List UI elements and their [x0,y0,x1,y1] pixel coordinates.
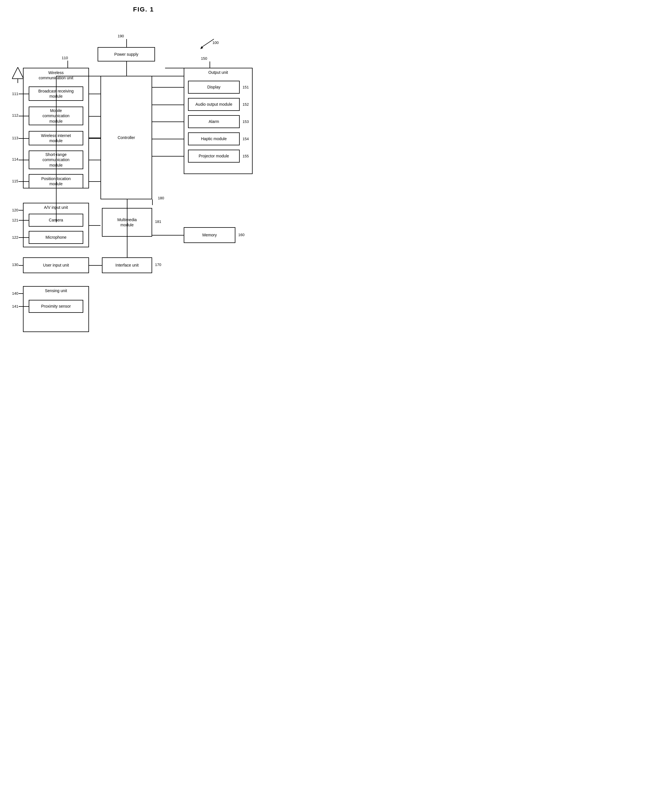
ref-141: 141 [12,304,19,309]
ref-153: 153 [243,120,249,124]
ref-130: 130 [12,263,19,267]
power-supply-box: Power supply [98,47,155,61]
ref-150: 150 [201,56,207,61]
ref-190: 190 [118,34,124,38]
ref-152: 152 [243,102,249,106]
audio-output-box: Audio output module [188,98,240,111]
microphone-box: Microphone [29,231,83,244]
diagram: 190 Power supply 100 150 Wirelesscommuni… [6,25,281,341]
ref-140: 140 [12,291,19,295]
sensing-unit-label: Sensing unit [24,289,88,293]
projector-box: Projector module [188,150,240,162]
ref-170: 170 [155,263,161,267]
ref-155: 155 [243,154,249,158]
ref-111: 111 [12,92,19,96]
memory-box: Memory [184,227,236,243]
svg-line-0 [201,39,214,48]
ref-180: 180 [158,196,164,200]
display-box: Display [188,81,240,94]
interface-box: Interface unit [102,257,152,273]
ref-110: 110 [62,56,68,60]
ref-151: 151 [243,85,249,89]
svg-marker-2 [12,67,24,79]
ref-154: 154 [243,137,249,141]
ref-112: 112 [12,113,19,118]
arrow-100 [192,38,215,49]
proximity-box: Proximity sensor [29,300,83,313]
ref-115: 115 [12,179,19,183]
ref-160: 160 [238,233,244,237]
user-input-box: User input unit [23,257,89,273]
ref-181: 181 [155,219,161,224]
ref-113: 113 [12,136,19,140]
haptic-box: Haptic module [188,132,240,145]
page-title: FIG. 1 [6,6,281,13]
ref-122: 122 [12,235,19,240]
output-unit-label: Output unit [185,70,251,75]
ref-114: 114 [12,157,19,162]
ref-120: 120 [12,208,19,212]
ref-121: 121 [12,218,19,222]
alarm-box: Alarm [188,115,240,128]
antenna-icon [12,67,24,83]
controller-box: Controller [101,76,152,199]
